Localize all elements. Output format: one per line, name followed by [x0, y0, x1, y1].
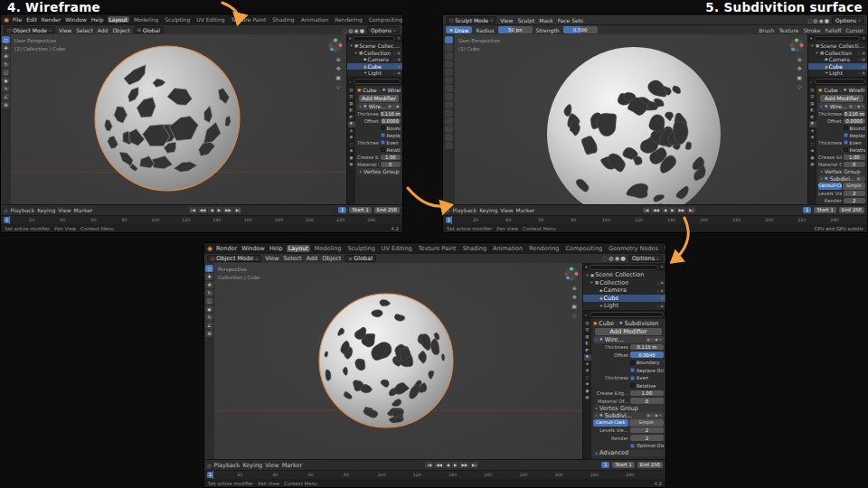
- end-frame-field[interactable]: End250: [637, 462, 663, 469]
- axis-z-handle[interactable]: [330, 48, 334, 52]
- property-slider-crease-edg[interactable]: 1.00: [844, 155, 865, 161]
- axis-x-handle[interactable]: [575, 272, 579, 276]
- viewport-tool-4[interactable]: ◱: [205, 297, 213, 305]
- camera-view-icon[interactable]: ▣: [571, 303, 577, 309]
- properties-tab-4[interactable]: ◩: [348, 115, 355, 121]
- outliner-search-input[interactable]: [353, 36, 395, 42]
- timeline-menu-keying[interactable]: Keying: [242, 462, 262, 469]
- options-dropdown[interactable]: Options∨: [832, 16, 864, 23]
- menu-help[interactable]: Help: [269, 245, 284, 252]
- viewport-menu-view[interactable]: View: [499, 17, 514, 23]
- checkbox-icon[interactable]: [844, 147, 848, 152]
- solid-shading-icon[interactable]: ◍: [813, 17, 817, 23]
- perspective-toggle-icon[interactable]: ◇: [571, 312, 577, 318]
- modifier-header[interactable]: ∨✱Wire...▦◻◼✕: [357, 103, 401, 110]
- brush-panel-tab-stroke[interactable]: Stroke: [802, 27, 821, 33]
- viewport-tool-5[interactable]: ◉: [2, 77, 10, 84]
- segment-button-catmull-clark[interactable]: Catmull-Clark: [818, 183, 842, 190]
- properties-tab-6[interactable]: ◈: [348, 128, 355, 135]
- menu-file[interactable]: File: [12, 16, 23, 23]
- properties-tab-8[interactable]: ◻: [584, 375, 591, 381]
- rendered-shading-icon[interactable]: ●: [360, 27, 364, 33]
- jump-start-button[interactable]: |◀: [189, 207, 197, 213]
- outliner-row-cube[interactable]: ·▲Cube○▣: [347, 63, 402, 70]
- properties-tab-3[interactable]: ◧: [348, 108, 355, 114]
- viewport-tool-1[interactable]: ✚: [205, 273, 213, 280]
- workspace-tab-shading[interactable]: Shading: [270, 16, 296, 23]
- checkbox-icon[interactable]: [844, 140, 848, 145]
- properties-tab-1[interactable]: ▥: [348, 94, 355, 100]
- properties-tab-0[interactable]: ▤: [584, 321, 591, 327]
- perspective-toggle-icon[interactable]: ◇: [335, 83, 341, 89]
- pan-icon[interactable]: ✥: [571, 294, 577, 300]
- properties-tab-7[interactable]: ◉: [348, 135, 355, 141]
- outliner-row-cube[interactable]: ·▲Cube○▣: [583, 295, 665, 303]
- current-frame-field[interactable]: 1: [803, 207, 811, 214]
- timeline-menu-view[interactable]: View: [58, 207, 71, 213]
- viewport-menu-face-sets[interactable]: Face Sets: [557, 17, 584, 23]
- workspace-tab-animation[interactable]: Animation: [491, 245, 524, 252]
- active-brush-button[interactable]: ⊕Draw: [446, 26, 472, 33]
- zoom-icon[interactable]: ⊕: [797, 56, 802, 62]
- properties-tab-4[interactable]: ◩: [584, 348, 591, 354]
- prev-frame-button[interactable]: ◀: [445, 462, 451, 468]
- outliner-row-scene-collection[interactable]: ▾▣Scene Collection: [583, 271, 665, 279]
- properties-tab-9[interactable]: ◆: [348, 148, 355, 155]
- outliner-search-input[interactable]: [589, 265, 658, 270]
- workspace-tab-compositing[interactable]: Compositing: [563, 245, 604, 252]
- axis-x-neg-handle[interactable]: [565, 272, 569, 276]
- outliner-row-collection[interactable]: ▾▦Collection○▣: [808, 50, 867, 57]
- timeline-menu-keying[interactable]: Keying: [479, 207, 497, 213]
- viewport-menu-object[interactable]: Object: [111, 27, 131, 33]
- sculpt-brush-tool-7[interactable]: [445, 93, 453, 100]
- wireframe-shading-icon[interactable]: ◌: [807, 17, 812, 23]
- end-frame-field[interactable]: End250: [374, 207, 400, 214]
- viewport-tool-7[interactable]: ∠: [205, 322, 213, 329]
- section-header-advanced[interactable]: ▸Advanced: [593, 450, 664, 457]
- workspace-tab-geometry-nodes[interactable]: Geometry Nodes: [607, 245, 660, 252]
- mode-selector[interactable]: ▢Object Mode∨: [207, 255, 261, 262]
- properties-tab-6[interactable]: ◈: [584, 361, 591, 368]
- current-frame-field[interactable]: 1: [601, 462, 609, 469]
- viewport-tool-7[interactable]: ∠: [2, 93, 10, 100]
- solid-shading-icon[interactable]: ◍: [348, 27, 353, 33]
- viewport-3d[interactable]: User Perspective(1) Collection | Cube⊕✥▣…: [11, 34, 346, 204]
- sculpt-brush-tool-0[interactable]: [445, 36, 453, 43]
- property-slider-render[interactable]: 2: [844, 198, 865, 204]
- checkbox-icon[interactable]: [381, 147, 385, 152]
- timeline-menu-keying[interactable]: Keying: [37, 207, 55, 213]
- properties-tab-7[interactable]: ◉: [809, 135, 816, 141]
- properties-tab-5[interactable]: ✱: [809, 121, 816, 127]
- axis-x-neg-handle[interactable]: [329, 43, 333, 47]
- next-frame-button[interactable]: ▶▶: [677, 207, 687, 213]
- sculpt-brush-tool-5[interactable]: [445, 77, 453, 84]
- viewport-menu-view[interactable]: View: [58, 27, 72, 33]
- viewport-menu-select[interactable]: Select: [283, 255, 303, 262]
- workspace-tab-layout[interactable]: Layout: [108, 16, 129, 23]
- properties-tab-0[interactable]: ▤: [809, 88, 816, 94]
- property-slider-material-of[interactable]: 0: [381, 162, 401, 168]
- property-check-boundary[interactable]: Boundary: [630, 360, 664, 365]
- property-check-optimal-display[interactable]: Optimal Display: [630, 443, 664, 448]
- section-header-vertex-group[interactable]: ▸Vertex Group: [593, 405, 664, 412]
- properties-tab-0[interactable]: ▤: [348, 88, 355, 94]
- properties-tab-11[interactable]: ▣: [584, 395, 591, 401]
- prev-frame-button[interactable]: ◀: [208, 207, 214, 213]
- modifier-header[interactable]: ∨✱Subdivi...▦◻◼✕: [818, 175, 865, 183]
- outliner-row-scene-collection[interactable]: ▾▣Scene Collection: [347, 42, 402, 50]
- timeline-menu-playback[interactable]: Playback: [452, 207, 476, 213]
- checkbox-icon[interactable]: [844, 133, 848, 137]
- mode-selector[interactable]: ▢Object Mode∨: [4, 26, 55, 33]
- outliner-row-camera[interactable]: ·◆Camera○▣: [808, 56, 867, 63]
- properties-tab-1[interactable]: ▥: [584, 327, 591, 333]
- sculpt-brush-tool-10[interactable]: [445, 117, 453, 125]
- workspace-tab-modeling[interactable]: Modeling: [313, 245, 344, 252]
- workspace-tab-rendering[interactable]: Rendering: [333, 16, 364, 23]
- workspace-tab-compositing[interactable]: Compositing: [367, 16, 402, 23]
- pan-icon[interactable]: ✥: [797, 65, 802, 71]
- property-slider-offset[interactable]: 0.0000: [844, 118, 865, 125]
- properties-search-input[interactable]: [354, 79, 401, 84]
- prev-frame-button[interactable]: ◀: [662, 207, 668, 213]
- outliner-row-scene-collection[interactable]: ▾▣Scene Collection: [808, 42, 867, 50]
- navigation-gizmo[interactable]: [788, 37, 805, 53]
